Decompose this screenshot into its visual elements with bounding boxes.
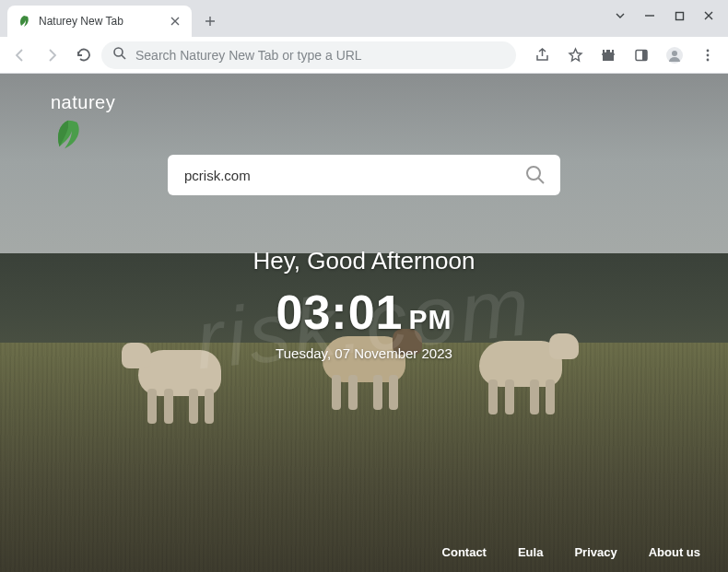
page-content: risk.com naturey Hey, Good Afternoon 03:…	[0, 74, 728, 572]
bookmark-star-icon[interactable]	[562, 42, 588, 68]
browser-toolbar: Search Naturey New Tab or type a URL	[0, 37, 728, 74]
tab-title: Naturey New Tab	[39, 15, 160, 28]
share-icon[interactable]	[529, 42, 555, 68]
new-tab-button[interactable]	[197, 8, 223, 34]
logo: naturey	[51, 92, 115, 156]
kebab-menu-icon[interactable]	[695, 42, 721, 68]
logo-text: naturey	[51, 92, 115, 113]
search-box[interactable]	[168, 155, 560, 195]
svg-point-5	[672, 51, 677, 56]
profile-avatar-icon[interactable]	[662, 42, 687, 68]
clock-time: 03:01	[276, 286, 404, 339]
sidepanel-icon[interactable]	[628, 42, 654, 68]
footer-links: Contact Eula Privacy About us	[442, 545, 700, 559]
reload-button[interactable]	[70, 42, 96, 68]
footer-link-privacy[interactable]: Privacy	[574, 545, 616, 559]
search-icon	[112, 46, 126, 64]
clock: 03:01PM	[0, 285, 728, 340]
omnibox[interactable]: Search Naturey New Tab or type a URL	[101, 41, 516, 69]
nav-forward-button[interactable]	[39, 42, 65, 68]
footer-link-about[interactable]: About us	[649, 545, 700, 559]
omnibox-placeholder: Search Naturey New Tab or type a URL	[135, 48, 505, 63]
greeting-block: Hey, Good Afternoon 03:01PM Tuesday, 07 …	[0, 247, 728, 361]
svg-point-8	[707, 58, 710, 61]
browser-tab[interactable]: Naturey New Tab	[7, 6, 192, 37]
footer-link-eula[interactable]: Eula	[518, 545, 543, 559]
svg-rect-3	[642, 50, 647, 60]
window-close-icon[interactable]	[702, 9, 715, 22]
search-button[interactable]	[522, 161, 549, 189]
svg-point-6	[707, 49, 710, 52]
date-text: Tuesday, 07 November 2023	[0, 345, 728, 361]
logo-leaf-icon	[51, 117, 86, 152]
tab-favicon-leaf-icon	[17, 14, 31, 29]
search-input[interactable]	[184, 168, 522, 183]
svg-point-7	[707, 53, 710, 56]
svg-rect-0	[675, 12, 683, 19]
nav-back-button[interactable]	[7, 42, 33, 68]
window-minimize-icon[interactable]	[643, 9, 656, 22]
chevron-down-icon[interactable]	[614, 9, 627, 22]
window-maximize-icon[interactable]	[673, 9, 686, 22]
svg-point-1	[114, 48, 123, 56]
tab-close-icon[interactable]	[168, 14, 182, 29]
extensions-puzzle-icon[interactable]	[595, 42, 621, 68]
footer-link-contact[interactable]: Contact	[442, 545, 487, 559]
svg-point-9	[527, 167, 540, 180]
greeting-text: Hey, Good Afternoon	[0, 247, 728, 275]
clock-ampm: PM	[409, 304, 452, 334]
window-titlebar: Naturey New Tab	[0, 0, 728, 37]
